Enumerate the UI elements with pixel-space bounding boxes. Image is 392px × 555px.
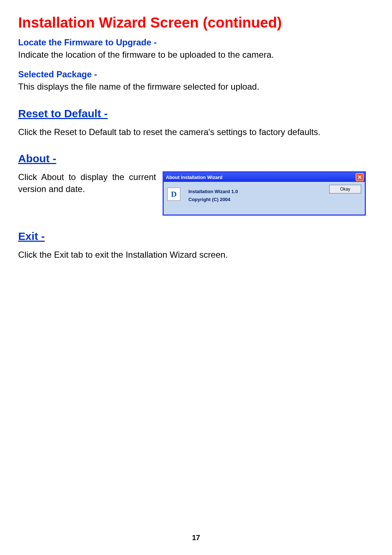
close-button[interactable]	[356, 173, 364, 181]
heading-exit: Exit -	[18, 230, 374, 242]
heading-reset-default: Reset to Default -	[18, 107, 374, 120]
dialog-title: About Installation Wizard	[166, 175, 222, 180]
heading-locate-firmware: Locate the Firmware to Upgrade -	[18, 37, 374, 48]
dialog-body: D Installation Wizard 1.0 Copyright (C) …	[164, 182, 365, 215]
heading-about: About -	[18, 152, 374, 165]
dialog-copyright-text: Copyright (C) 2004	[188, 196, 238, 204]
body-exit: Click the Exit tab to exit the Installat…	[18, 249, 374, 261]
dialog-titlebar: About Installation Wizard	[164, 172, 365, 182]
body-about: Click About to display the current versi…	[18, 171, 156, 195]
okay-button[interactable]: Okay	[329, 185, 361, 193]
body-selected-package: This displays the file name of the firmw…	[18, 81, 374, 93]
close-icon	[358, 175, 362, 179]
page-title: Installation Wizard Screen (continued)	[18, 15, 374, 31]
page-number: 17	[0, 534, 392, 542]
dialog-version-text: Installation Wizard 1.0	[188, 188, 238, 196]
body-reset-default: Click the Reset to Default tab to reset …	[18, 126, 374, 138]
body-locate-firmware: Indicate the location of the firmware to…	[18, 49, 374, 61]
dialog-info: Installation Wizard 1.0 Copyright (C) 20…	[188, 188, 238, 208]
about-dialog: About Installation Wizard D Installation…	[163, 171, 366, 216]
brand-logo-icon: D	[167, 188, 180, 201]
heading-selected-package: Selected Package -	[18, 69, 374, 79]
